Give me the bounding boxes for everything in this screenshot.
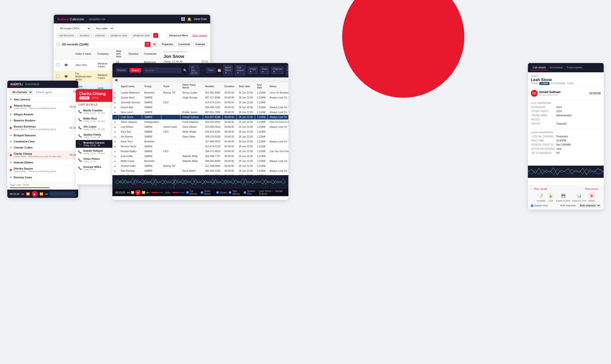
table-row[interactable]: ▶ Essie Terry Berkshire 157-659-4515 00:…: [112, 139, 288, 144]
channel-filter[interactable]: Channel ▼: [271, 66, 284, 74]
props-tab-comments[interactable]: Comments: [176, 42, 192, 47]
presets-btn[interactable]: Presets: [115, 68, 128, 73]
row-expand[interactable]: ▶: [112, 105, 119, 110]
list-item[interactable]: Ada Lawrens: [7, 96, 78, 103]
ctrl-play-btn[interactable]: ▶: [135, 190, 141, 195]
ctrl-forward[interactable]: ⏭: [146, 191, 149, 194]
list-item[interactable]: Clarita Chiang Lewis Moss · And what you…: [7, 151, 78, 159]
grid-view-btn[interactable]: ⊞: [152, 42, 157, 47]
table-row[interactable]: ▶ Eula Griffin SABRE Mabelle White 302-6…: [112, 154, 288, 159]
ctrl-next[interactable]: ⏩: [142, 191, 146, 194]
ctrl-prev[interactable]: ⏪: [131, 191, 134, 194]
rewind-btn[interactable]: ⏮: [21, 192, 24, 196]
table-row[interactable]: ▶ Ricardo Bailey SABRE CEO 266-571-9819 …: [112, 149, 288, 154]
collapse-left-btn[interactable]: ◀: [114, 78, 117, 82]
row-expand[interactable]: ▶: [112, 100, 119, 105]
cut-silence-checkbox[interactable]: [186, 191, 189, 194]
row-expand[interactable]: ▶: [112, 169, 119, 173]
stereo-label[interactable]: Stereo: [216, 191, 227, 194]
list-item[interactable]: Allegra Amante: [7, 111, 78, 117]
skip-silence-label[interactable]: Skip silence: [229, 190, 242, 195]
table-row[interactable]: ▶ Victoria Keller SABRE Boeing 797 411-5…: [112, 164, 288, 169]
grid-icon[interactable]: [181, 17, 185, 21]
row-expand[interactable]: ▶: [112, 134, 119, 139]
any-caller-select[interactable]: Any caller: [93, 26, 114, 31]
skip-silence-checkbox[interactable]: [229, 191, 231, 194]
text-search-filter[interactable]: Text search ▼: [235, 65, 246, 76]
lock-btn[interactable]: 🔒 Lock: [547, 192, 554, 202]
table-row[interactable]: ▼ Leah Stone SABRE Gerald Sullivan 613-9…: [112, 115, 288, 120]
export-csv-btn[interactable]: 📊 Export to CSV: [572, 192, 586, 202]
save-search-button[interactable]: Save search: [192, 34, 207, 37]
list-view-btn[interactable]: ☰: [145, 42, 151, 47]
row-expand[interactable]: ▶: [112, 130, 119, 134]
table-row[interactable]: ▶ Mittie Fletcher SABRE 459-143-8048 00:…: [112, 173, 288, 175]
table-row[interactable]: ▶ Bettie Casey Berkshire Mabelle White 6…: [112, 159, 288, 164]
big-table-search[interactable]: [143, 68, 181, 73]
whatever-filter-1[interactable]: whatever else: [108, 33, 129, 38]
table-row[interactable]: ▶ Sylvie Vasquez Headquarters Frank Hawk…: [112, 120, 288, 125]
spoken-time-footer[interactable]: Spoken time: [531, 204, 548, 207]
rp-tab-transcription[interactable]: Transcription: [565, 65, 584, 70]
channel-select[interactable]: All channels: [10, 90, 33, 95]
volume-slider[interactable]: [151, 192, 163, 193]
row-expand[interactable]: ▶: [112, 173, 119, 175]
delete-btn[interactable]: 🗑 Delete: [588, 192, 595, 202]
row-expand[interactable]: ▶: [112, 95, 119, 100]
rp-tab-call-details[interactable]: Call details: [531, 65, 548, 70]
row-expand[interactable]: ▶: [112, 159, 119, 164]
search-agent-input[interactable]: [34, 90, 71, 95]
list-item[interactable]: Diana Dearing Lewis Moss 00:34: [7, 181, 78, 182]
other-party-filter[interactable]: Other Party ▼: [286, 65, 288, 76]
speed-slider[interactable]: [172, 192, 184, 193]
props-tab-properties[interactable]: Properties: [159, 42, 175, 47]
list-item[interactable]: Deboah Dildine: [7, 159, 78, 166]
play-button[interactable]: ▶: [32, 191, 38, 197]
table-row[interactable]: ▶ Gussie West SABRE Virgie George 997-41…: [112, 95, 288, 100]
date-from-picker[interactable]: 20 Jun 20:20: [189, 65, 199, 76]
table-row[interactable]: ▶ Lula Wilson SABRE SonicCruiser Gene Gi…: [112, 125, 288, 130]
row-expand[interactable]: ▶: [112, 125, 119, 130]
table-row[interactable]: ▶ Jeremiah Norman SABRE CEO 614-674-2313…: [112, 100, 288, 105]
row-expand[interactable]: ▶: [112, 120, 119, 125]
agent-name-filter[interactable]: Agent Name ▼: [223, 65, 233, 76]
bell-icon[interactable]: 🔔: [187, 17, 191, 21]
export-wav-btn[interactable]: 💾 Export to WAV: [556, 192, 570, 202]
list-item[interactable]: Bonnie Boehman Lewis Moss · There is som…: [7, 124, 78, 132]
ctrl-rewind[interactable]: ⏮: [127, 191, 130, 194]
channel-filter[interactable]: channel: [93, 33, 107, 38]
table-row[interactable]: ▶ Etta Fleming SABRE Rena Walsh 992-043-…: [112, 169, 288, 173]
row-expand[interactable]: ▶: [112, 91, 119, 95]
table-row[interactable]: ▶ Bernice Harris SABRE 411-074-5219 00:4…: [112, 144, 288, 149]
search-preset-btn[interactable]: Search: [130, 68, 141, 73]
list-item[interactable]: Deirdre Dayton Lewis Moss · There is som…: [7, 166, 78, 174]
rp-tab-annotation[interactable]: Annotation: [548, 65, 565, 70]
prev-btn[interactable]: ⏪: [26, 192, 30, 196]
row-expand[interactable]: ▶: [112, 154, 119, 159]
table-row[interactable]: ▶ Loretta Wilkerson Berkshire Boeing 797…: [112, 91, 288, 95]
date-to-picker[interactable]: Now: [206, 68, 215, 73]
row-expand[interactable]: ▼: [112, 115, 119, 120]
group-filter[interactable]: Group ▼: [248, 66, 258, 74]
whatever-filter-2[interactable]: whatever else: [131, 33, 152, 38]
call-direction-filter[interactable]: call direction: [57, 33, 76, 38]
team-filter[interactable]: Team ▼: [260, 66, 269, 74]
cut-silence-label[interactable]: Cut silence: [186, 190, 199, 195]
big-table-scroll[interactable]: Agent name Group Team Other Party Name N…: [112, 82, 288, 175]
table-row[interactable]: ▶ Dennis Ball SABRE 026-905-3322 00:40:0…: [112, 105, 288, 110]
calendar-icon[interactable]: 📅: [217, 69, 221, 72]
list-item[interactable]: Dennise Cowe: [7, 174, 78, 181]
caller-filter-select[interactable]: All except CEOs: [57, 26, 91, 31]
prev-record-btn[interactable]: ← Prev. record: [531, 188, 547, 190]
list-item[interactable]: Beatrice Boykins: [7, 117, 78, 124]
audio-boost-checkbox[interactable]: [201, 191, 203, 194]
row-expand[interactable]: ▶: [112, 144, 119, 149]
agents-tab[interactable]: AGENTS /: [10, 83, 23, 86]
row-expand[interactable]: ▶: [112, 164, 119, 169]
next-btn[interactable]: ⏩: [40, 192, 43, 196]
spoken-time-footer-cb[interactable]: [531, 205, 533, 207]
add-filter-button[interactable]: +: [153, 33, 158, 38]
list-item[interactable]: Chester Cullen: [7, 145, 78, 151]
table-row[interactable]: ▶ Jim Ramos SABRE Dean Gibbs 309-120-033…: [112, 134, 288, 139]
list-item[interactable]: Candelaria Clow: [7, 139, 78, 145]
